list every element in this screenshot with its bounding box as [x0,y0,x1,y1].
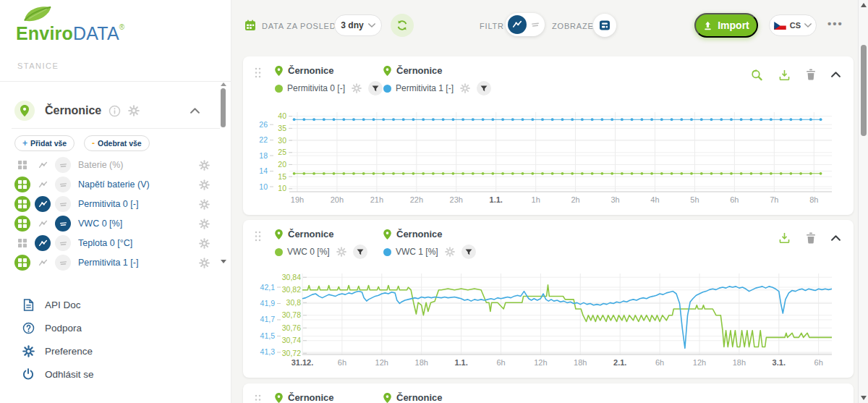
calendar-icon [244,20,256,34]
vwc-chart[interactable]: 42,141,941,741,541,330,8430,8230,830,783… [243,265,854,378]
sensor-label[interactable]: Baterie (%) [78,160,195,170]
threshold-filter-icon[interactable] [530,20,540,30]
display-mode-button[interactable] [593,14,616,37]
drag-handle-icon[interactable] [255,67,261,81]
svg-text:12h: 12h [693,358,706,367]
chart-toggle-icon[interactable] [35,255,51,271]
nav-api-doc[interactable]: API Doc [22,296,210,313]
funnel-icon[interactable] [477,81,491,96]
tiles-toggle-icon[interactable] [14,177,30,192]
threshold-toggle-icon[interactable] [55,157,71,173]
chart-toggle-icon[interactable] [35,177,51,192]
sidebar-scrollbar-thumb[interactable] [221,88,226,127]
more-menu-button[interactable]: ••• [827,17,843,30]
divider [0,81,231,82]
trash-icon[interactable] [806,232,816,244]
download-icon[interactable] [778,69,791,81]
sensor-row-permitivita-0[interactable]: Permitivita 0 [-] [14,195,211,213]
threshold-toggle-icon[interactable] [55,216,71,232]
refresh-button[interactable] [391,14,414,37]
sensor-label[interactable]: Napětí baterie (V) [78,179,195,190]
chart-panel-permitivita: Černonice Permitivita 0 [-] Černonice Pe… [243,56,854,215]
remove-all-button[interactable]: -Odebrat vše [84,135,150,151]
svg-text:2.1.: 2.1. [613,358,626,367]
czech-flag-icon [774,22,786,30]
gear-icon[interactable] [199,199,210,210]
pin-icon [275,66,283,76]
sensor-label[interactable]: Permitivita 0 [-] [78,199,195,209]
gear-icon[interactable] [199,258,210,268]
nav-preference[interactable]: Preference [22,342,210,360]
reset-zoom-icon[interactable] [750,68,763,81]
gear-icon[interactable] [336,247,346,257]
sensor-label[interactable]: Permitivita 1 [-] [78,258,195,268]
permitivita-chart[interactable]: 26221814104035302520151019h20h21h22h23h1… [243,103,854,215]
station-collapse-chevron-icon[interactable] [190,108,200,114]
svg-text:30,76: 30,76 [282,323,301,332]
threshold-toggle-icon[interactable] [55,255,71,271]
sensor-label[interactable]: VWC 0 [%] [78,219,195,229]
pin-icon [383,393,391,403]
scroll-up-arrow-icon[interactable] [861,3,867,7]
tiles-toggle-icon[interactable] [14,157,30,173]
sensor-row-vwc-0[interactable]: VWC 0 [%] [14,214,211,233]
svg-text:7h: 7h [770,195,778,204]
tiles-toggle-icon[interactable] [14,235,30,251]
threshold-toggle-icon[interactable] [55,196,71,212]
drag-handle-icon[interactable] [255,231,261,245]
gear-icon[interactable] [352,83,362,93]
chart-toggle-icon[interactable] [35,196,51,212]
threshold-toggle-icon[interactable] [55,177,71,192]
svg-text:19h: 19h [291,195,304,204]
series-header: Černonice Permitivita 0 [-] [275,65,383,96]
nav-odhlasit-se[interactable]: Odhlásit se [22,365,210,383]
scroll-up-arrow-icon[interactable] [221,82,226,86]
language-select[interactable]: CS [769,14,817,36]
filter-mode-toggle[interactable] [506,13,545,36]
tiles-toggle-icon[interactable] [14,216,30,232]
station-gear-icon[interactable] [128,105,140,116]
tiles-toggle-icon[interactable] [14,255,30,271]
sidebar-scrollbar[interactable] [220,81,227,263]
funnel-icon[interactable] [353,245,367,259]
period-select[interactable]: 3 dny [334,14,382,36]
sensor-row-baterie[interactable]: Baterie (%) [14,156,211,174]
chart-toggle-icon[interactable] [35,157,51,173]
chart-filter-icon[interactable] [508,15,527,34]
scroll-down-arrow-icon[interactable] [221,260,226,263]
gear-icon[interactable] [199,219,210,229]
funnel-icon[interactable] [368,81,383,96]
sensor-label[interactable]: Teplota 0 [°C] [78,238,195,248]
sensor-row-permitivita-1[interactable]: Permitivita 1 [-] [14,253,211,272]
svg-text:6h: 6h [730,195,739,204]
collapse-chevron-icon[interactable] [831,72,841,77]
scroll-down-arrow-icon[interactable] [861,396,867,400]
import-button[interactable]: Import [694,13,758,38]
nav-podpora[interactable]: Podpora [22,319,210,336]
sensor-row-teplota-0[interactable]: Teplota 0 [°C] [14,234,211,253]
download-icon[interactable] [778,232,791,244]
station-name: Černonice [45,104,101,117]
trash-icon[interactable] [806,69,816,80]
station-header[interactable]: Černonice [14,100,217,122]
tiles-toggle-icon[interactable] [14,196,30,212]
chart-toggle-icon[interactable] [35,216,51,232]
info-icon[interactable] [109,105,121,117]
sensor-row-napeti-baterie[interactable]: Napětí baterie (V) [14,175,211,194]
gear-icon[interactable] [460,83,470,93]
add-all-button[interactable]: +Přidat vše [14,135,75,151]
gear-icon[interactable] [199,179,210,190]
drag-handle-icon[interactable] [255,394,261,403]
threshold-toggle-icon[interactable] [55,235,71,251]
page-scrollbar-thumb[interactable] [861,45,867,136]
gear-icon[interactable] [199,238,210,249]
gear-icon[interactable] [199,160,210,171]
svg-text:41,5: 41,5 [260,331,276,340]
chart-toggle-icon[interactable] [35,235,51,251]
funnel-icon[interactable] [461,245,476,259]
page-scrollbar[interactable] [858,0,868,403]
svg-text:30,72: 30,72 [282,349,301,357]
gear-icon[interactable] [445,247,455,257]
upload-icon [703,21,712,30]
collapse-chevron-icon[interactable] [831,235,841,241]
